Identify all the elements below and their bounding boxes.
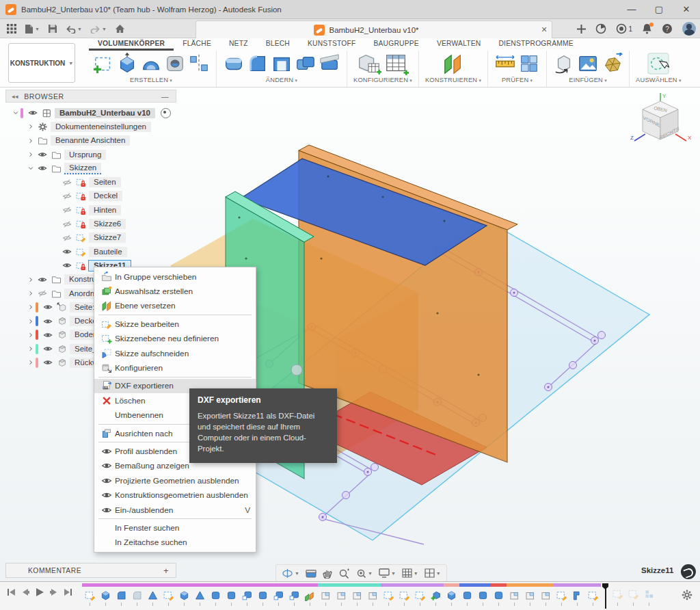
tree-chevron-icon[interactable]: [26, 359, 36, 366]
group-label-konfigurieren[interactable]: KONFIGURIEREN: [353, 77, 412, 83]
minimize-button[interactable]: —: [618, 0, 645, 19]
tree-chevron-icon[interactable]: [11, 109, 21, 116]
timeline-feature-extrude-green[interactable]: [428, 583, 444, 606]
timeline-feature-sketch[interactable]: [82, 583, 98, 606]
offset-plane-big-tool-icon[interactable]: [442, 53, 464, 75]
ribbon-tab-blech[interactable]: BLECH: [257, 38, 299, 51]
job-status-icon[interactable]: 1: [616, 23, 632, 34]
ribbon-tab-dienstprogramme[interactable]: DIENSTPROGRAMME: [489, 38, 582, 51]
viewports-icon[interactable]: ▼: [425, 568, 441, 578]
step-forward-button[interactable]: [49, 588, 58, 596]
press-pull-tool-icon[interactable]: [223, 53, 245, 75]
tree-item-benannte-ansichten[interactable]: Benannte Ansichten: [5, 134, 176, 148]
3d-viewport[interactable]: Y Z X OBEN VORNE RECHTS ◂◂ BROWSER — Bam…: [0, 88, 700, 581]
extrude-tool-icon[interactable]: [116, 53, 138, 75]
tree-chevron-icon[interactable]: [26, 151, 36, 158]
visibility-eye-off-icon[interactable]: [36, 289, 49, 298]
save-icon[interactable]: [45, 21, 60, 36]
timeline-feature-comp[interactable]: [538, 583, 554, 606]
menu-item-in-fenster-suchen[interactable]: In Fenster suchen: [94, 520, 256, 535]
help-icon[interactable]: ?: [662, 23, 673, 34]
tree-item-ursprung[interactable]: Ursprung: [5, 148, 176, 161]
timeline-feature-tri[interactable]: [145, 583, 161, 606]
tree-item-hinten[interactable]: Hinten: [5, 203, 176, 217]
visibility-eye-icon[interactable]: [41, 302, 55, 312]
tree-chevron-icon[interactable]: [26, 345, 36, 352]
shell-tool-icon[interactable]: [271, 53, 293, 75]
tree-chevron-icon[interactable]: [26, 123, 36, 130]
group-label-auswaehlen[interactable]: AUSWÄHLEN: [636, 77, 682, 83]
zoom-icon[interactable]: [338, 568, 349, 579]
group-label-konstruieren[interactable]: KONSTRUIEREN: [425, 77, 481, 83]
konstruktion-workspace-button[interactable]: KONSTRUKTION▼: [8, 43, 75, 83]
tree-item-seiten[interactable]: Seiten: [5, 175, 176, 189]
menu-item-in-zeitachse-suchen[interactable]: In Zeitachse suchen: [94, 535, 256, 550]
timeline-settings-gear-icon[interactable]: [681, 589, 693, 604]
canvas-image-tool-icon[interactable]: [577, 53, 599, 75]
document-tab[interactable]: BambuH2_Unterbau v10* ✕: [196, 21, 552, 38]
timeline-feature-sketch[interactable]: [381, 583, 396, 606]
tree-chevron-icon[interactable]: [26, 137, 36, 144]
tree-item-label[interactable]: Hinten: [89, 205, 121, 215]
menu-item-konfigurieren[interactable]: Konfigurieren: [94, 360, 256, 375]
visibility-eye-icon[interactable]: [41, 344, 55, 354]
fit-icon[interactable]: ▼: [355, 568, 373, 579]
timeline-feature-extrude[interactable]: [444, 583, 459, 606]
visibility-eye-icon[interactable]: [41, 358, 55, 367]
tree-item-label[interactable]: Bauteile: [89, 247, 127, 257]
skip-to-start-button[interactable]: [7, 588, 16, 596]
document-tab-close-icon[interactable]: ✕: [537, 25, 552, 34]
pan-icon[interactable]: [323, 568, 332, 579]
timeline-feature-comb[interactable]: [286, 583, 302, 606]
visibility-eye-icon[interactable]: [36, 275, 49, 284]
menu-item-in-gruppe-verschieben[interactable]: In Gruppe verschieben: [94, 269, 256, 284]
browser-header[interactable]: ◂◂ BROWSER —: [5, 90, 176, 103]
tree-item-label[interactable]: Deckel: [89, 191, 122, 201]
visibility-eye-icon[interactable]: [41, 317, 55, 326]
timeline-feature-corner[interactable]: [569, 583, 585, 606]
configure-tool-icon[interactable]: [355, 51, 381, 77]
activate-component-radio[interactable]: [161, 108, 171, 118]
menu-item-skizzenebene-neu-definieren[interactable]: Skizzenebene neu definieren: [94, 332, 256, 346]
timeline-feature-solid[interactable]: [491, 583, 507, 606]
pattern-tool-icon[interactable]: [188, 53, 210, 75]
timeline-playhead[interactable]: [602, 583, 608, 609]
user-avatar[interactable]: [682, 22, 696, 36]
measure-tool-icon[interactable]: [494, 53, 516, 75]
visibility-eye-off-icon[interactable]: [60, 191, 74, 201]
notifications-bell-icon[interactable]: [642, 23, 652, 34]
group-label-einfuegen[interactable]: EINFÜGEN: [569, 77, 607, 83]
tree-item-label[interactable]: Ursprung: [64, 150, 106, 160]
visibility-eye-off-icon[interactable]: [60, 178, 74, 187]
timeline-feature-extrude[interactable]: [98, 583, 113, 606]
comments-bar[interactable]: KOMMENTARE +: [5, 563, 176, 578]
tree-chevron-icon[interactable]: [26, 165, 36, 172]
tree-item-label[interactable]: Seiten: [89, 177, 121, 187]
combine-tool-icon[interactable]: [295, 53, 317, 75]
tree-chevron-icon[interactable]: [26, 276, 36, 283]
undo-icon[interactable]: ▼: [63, 21, 85, 36]
group-label-erstellen[interactable]: ERSTELLEN: [130, 77, 172, 83]
timeline-feature-sketch-gray[interactable]: [610, 583, 625, 606]
timeline-feature-fillet[interactable]: [113, 583, 129, 606]
browser-collapse-icon[interactable]: ◂◂: [12, 93, 18, 100]
section-analysis-tool-icon[interactable]: [518, 53, 540, 75]
split-tool-icon[interactable]: [319, 53, 340, 75]
look-at-icon[interactable]: [306, 569, 317, 578]
tree-item-label[interactable]: Skizze6: [89, 219, 126, 229]
group-label-aendern[interactable]: ÄNDERN: [266, 77, 297, 83]
visibility-eye-off-icon[interactable]: [60, 233, 74, 243]
ribbon-tab-baugruppe[interactable]: BAUGRUPPE: [364, 38, 427, 51]
timeline-feature-tri[interactable]: [192, 583, 208, 606]
add-comment-icon[interactable]: +: [163, 566, 169, 576]
timeline-feature-comp[interactable]: [522, 583, 538, 606]
view-cube[interactable]: Y Z X OBEN VORNE RECHTS: [629, 92, 692, 152]
tree-item-deckel[interactable]: Deckel: [5, 189, 176, 203]
tree-item-label[interactable]: Benannte Ansichten: [51, 135, 130, 146]
tree-chevron-icon[interactable]: [26, 318, 36, 325]
menu-item-ein-ausblenden[interactable]: Ein-/ausblendenV: [94, 503, 256, 517]
visibility-eye-icon[interactable]: [36, 163, 49, 173]
app-grid-icon[interactable]: [4, 21, 19, 36]
timeline-feature-sketch[interactable]: [554, 583, 569, 606]
menu-item-skizze-aufschneiden[interactable]: Skizze aufschneiden: [94, 346, 256, 360]
